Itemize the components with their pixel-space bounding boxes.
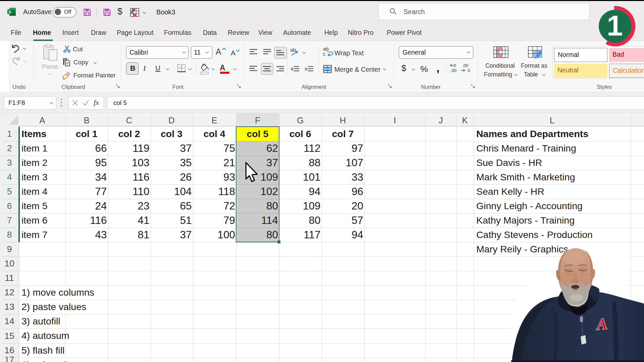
svg-text:X: X — [8, 10, 11, 14]
svg-text:1: 1 — [607, 9, 623, 42]
svg-text:A: A — [595, 314, 608, 333]
